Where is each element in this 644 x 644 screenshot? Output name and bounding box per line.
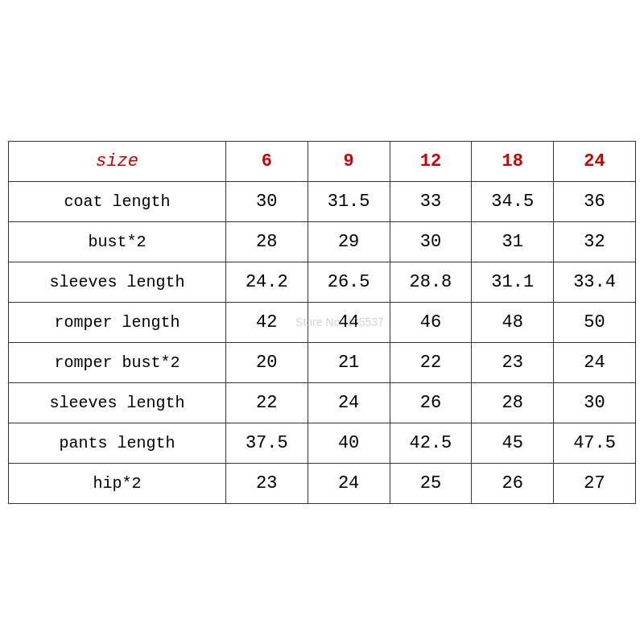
cell-value: 33 [390, 181, 472, 221]
row-label: pants length [9, 423, 226, 463]
cell-value: 24.2 [225, 262, 308, 302]
cell-value: 24 [308, 382, 390, 423]
row-label: romper bust*2 [9, 342, 226, 382]
cell-value: 29 [308, 221, 390, 262]
cell-value: 23 [472, 342, 554, 382]
row-label: hip*2 [9, 463, 226, 503]
cell-value: 40 [308, 423, 390, 463]
size-chart-table: size 6 9 12 18 24 coat length3031.53334.… [8, 141, 636, 504]
table-row: romper length4244464850 [9, 302, 636, 342]
size-24-header: 24 [554, 141, 636, 181]
table-row: sleeves length2224262830 [9, 382, 636, 423]
table-row: romper bust*22021222324 [9, 342, 636, 382]
size-9-header: 9 [308, 141, 390, 181]
cell-value: 23 [225, 463, 308, 503]
row-label: romper length [9, 302, 226, 342]
cell-value: 44 [308, 302, 390, 342]
table-row: bust*22829303132 [9, 221, 636, 262]
cell-value: 22 [390, 342, 472, 382]
cell-value: 30 [390, 221, 472, 262]
cell-value: 42.5 [390, 423, 472, 463]
cell-value: 24 [554, 342, 636, 382]
size-6-header: 6 [225, 141, 308, 181]
cell-value: 26.5 [308, 262, 390, 302]
cell-value: 28.8 [390, 262, 472, 302]
cell-value: 37.5 [225, 423, 308, 463]
cell-value: 31.1 [472, 262, 554, 302]
cell-value: 50 [554, 302, 636, 342]
cell-value: 21 [308, 342, 390, 382]
table-row: coat length3031.53334.536 [9, 181, 636, 221]
cell-value: 32 [554, 221, 636, 262]
cell-value: 22 [225, 382, 308, 423]
size-18-header: 18 [472, 141, 554, 181]
cell-value: 24 [308, 463, 390, 503]
table-row: hip*22324252627 [9, 463, 636, 503]
row-label: bust*2 [9, 221, 226, 262]
cell-value: 26 [472, 463, 554, 503]
cell-value: 45 [472, 423, 554, 463]
row-label: coat length [9, 181, 226, 221]
row-label: sleeves length [9, 382, 226, 423]
cell-value: 25 [390, 463, 472, 503]
cell-value: 36 [554, 181, 636, 221]
table-row: sleeves length24.226.528.831.133.4 [9, 262, 636, 302]
cell-value: 47.5 [554, 423, 636, 463]
cell-value: 46 [390, 302, 472, 342]
size-chart-wrapper: size 6 9 12 18 24 coat length3031.53334.… [8, 141, 636, 504]
cell-value: 34.5 [472, 181, 554, 221]
cell-value: 42 [225, 302, 308, 342]
size-12-header: 12 [390, 141, 472, 181]
cell-value: 30 [225, 181, 308, 221]
cell-value: 48 [472, 302, 554, 342]
cell-value: 28 [472, 382, 554, 423]
size-label-header: size [9, 141, 226, 181]
cell-value: 30 [554, 382, 636, 423]
header-row: size 6 9 12 18 24 [9, 141, 636, 181]
cell-value: 31.5 [308, 181, 390, 221]
cell-value: 26 [390, 382, 472, 423]
cell-value: 20 [225, 342, 308, 382]
cell-value: 31 [472, 221, 554, 262]
cell-value: 28 [225, 221, 308, 262]
cell-value: 27 [554, 463, 636, 503]
cell-value: 33.4 [554, 262, 636, 302]
row-label: sleeves length [9, 262, 226, 302]
table-row: pants length37.54042.54547.5 [9, 423, 636, 463]
